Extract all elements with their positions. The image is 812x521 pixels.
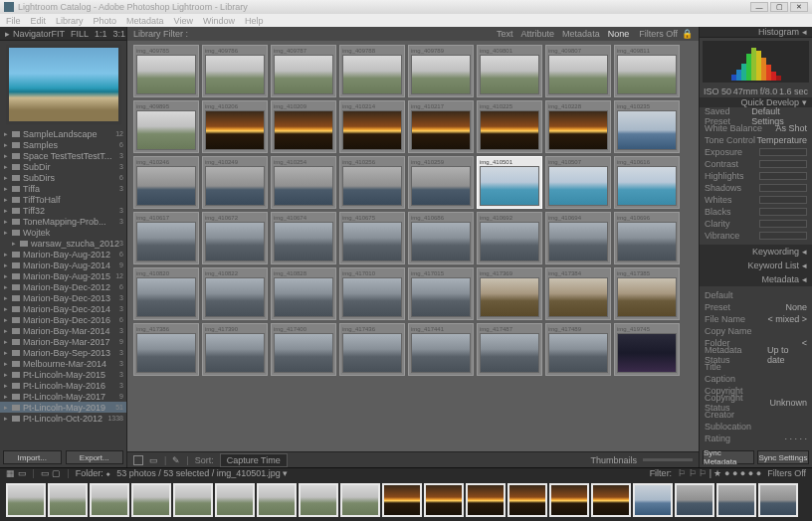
thumbnail-size-slider[interactable] <box>643 458 693 461</box>
menu-view[interactable]: View <box>174 16 193 26</box>
section-metadata[interactable]: Metadata◂ <box>700 272 812 286</box>
filter-preset[interactable]: Filters Off <box>639 29 678 39</box>
wb-dropdown[interactable]: As Shot <box>775 123 807 133</box>
folder-item[interactable]: ▸TiffToHalf <box>0 194 126 205</box>
thumbnail-cell[interactable]: img_409807 <box>545 45 611 97</box>
menu-library[interactable]: Library <box>56 16 84 26</box>
sync-settings-button[interactable]: Sync Settings <box>757 450 809 464</box>
second-monitor[interactable]: ▭ ▢ <box>41 468 62 478</box>
menu-help[interactable]: Help <box>245 16 264 26</box>
thumbnail-cell[interactable]: img_417010 <box>339 267 405 320</box>
section-keywording[interactable]: Keywording◂ <box>700 245 812 259</box>
thumbnail-cell[interactable]: img_417369 <box>477 267 542 320</box>
histogram-header[interactable]: Histogram◂ <box>700 27 812 38</box>
filmstrip-thumb[interactable] <box>131 483 171 517</box>
folder-item[interactable]: ▸Pt-Lincoln-Oct-20121338 <box>0 413 126 424</box>
thumbnail-cell[interactable]: img_417385 <box>614 267 680 320</box>
thumbnail-cell[interactable]: img_417384 <box>545 267 611 320</box>
folder-item[interactable]: ▸Pt-Lincoln-May-201951 <box>0 402 126 413</box>
thumbnail-cell[interactable]: img_409786 <box>202 45 268 97</box>
thumbnail-cell[interactable]: img_409895 <box>133 100 199 153</box>
slider-blacks[interactable] <box>759 208 807 216</box>
folder-item[interactable]: ▸warsaw_szucha_20123 <box>0 238 126 249</box>
thumbnail-cell[interactable]: img_410694 <box>545 212 611 264</box>
filmstrip-filter-flags[interactable]: ⚐ ⚐ ⚐ | ★ ● ● ● ● ● <box>678 468 761 478</box>
folder-item[interactable]: ▸Marion-Bay-Dec-20126 <box>0 281 126 292</box>
thumbnail-cell[interactable]: img_419745 <box>614 323 680 376</box>
sync-metadata-button[interactable]: Sync Metadata <box>703 450 754 464</box>
filmstrip-thumb[interactable] <box>466 483 506 517</box>
folder-item[interactable]: ▸Samples6 <box>0 139 126 150</box>
thumbnail-cell[interactable]: img_410206 <box>202 100 268 153</box>
filter-tab-text[interactable]: Text <box>497 29 513 39</box>
folder-item[interactable]: ▸Marion-Bay-Sep-20133 <box>0 347 126 358</box>
filmstrip-thumb[interactable] <box>299 483 338 517</box>
thumbnail-cell[interactable]: img_410686 <box>408 212 474 264</box>
thumbnail-cell[interactable]: img_410217 <box>408 100 474 153</box>
thumbnail-cell[interactable]: img_417390 <box>202 323 268 376</box>
filmstrip-thumb[interactable] <box>6 483 46 517</box>
folder-item[interactable]: ▸Marion-Bay-Aug-20126 <box>0 249 126 260</box>
folder-item[interactable]: ▸ToneMapping-Prob...3 <box>0 216 126 227</box>
folder-item[interactable]: ▸Marion-Bay-Aug-20149 <box>0 260 126 270</box>
metadata-field[interactable]: Unknown <box>769 398 807 408</box>
filter-tab-metadata[interactable]: Metadata <box>562 29 600 39</box>
filmstrip-thumb[interactable] <box>382 483 422 517</box>
filmstrip-thumb[interactable] <box>716 483 756 517</box>
folder-item[interactable]: ▸Marion-Bay-Mar-20179 <box>0 336 126 347</box>
thumbnail-cell[interactable]: img_410225 <box>477 100 542 153</box>
thumbnail-cell[interactable]: img_410616 <box>614 156 680 209</box>
thumbnail-cell[interactable]: img_409788 <box>339 45 405 97</box>
nav-mode-1:1[interactable]: 1:1 <box>95 29 107 39</box>
filmstrip-thumb[interactable] <box>675 483 714 517</box>
thumbnail-cell[interactable]: img_410822 <box>202 267 268 320</box>
filter-tab-attribute[interactable]: Attribute <box>521 29 555 39</box>
thumbnail-cell[interactable]: img_417441 <box>408 323 474 376</box>
folder-item[interactable]: ▸Pt-Lincoln-May-20153 <box>0 369 126 380</box>
thumbnail-cell[interactable]: img_410692 <box>477 212 542 264</box>
thumbnail-cell[interactable]: img_417436 <box>339 323 405 376</box>
filmstrip-thumb[interactable] <box>173 483 213 517</box>
folder-item[interactable]: ▸Tiffa3 <box>0 183 126 194</box>
close-button[interactable]: ✕ <box>790 2 808 12</box>
thumbnail-cell[interactable]: img_409787 <box>271 45 336 97</box>
thumbnail-cell[interactable]: img_410209 <box>271 100 336 153</box>
sort-dropdown[interactable]: Capture Time <box>220 453 288 467</box>
thumbnail-cell[interactable]: img_410675 <box>339 212 405 264</box>
thumbnail-cell[interactable]: img_410672 <box>202 212 268 264</box>
menu-metadata[interactable]: Metadata <box>126 16 164 26</box>
thumbnail-cell[interactable]: img_417489 <box>545 323 611 376</box>
histogram[interactable] <box>703 41 809 83</box>
nav-mode-3:1[interactable]: 3:1 <box>113 29 126 39</box>
thumbnail-cell[interactable]: img_417400 <box>271 323 336 376</box>
maximize-button[interactable]: ▢ <box>770 2 788 12</box>
filmstrip-filter-preset[interactable]: Filters Off <box>767 468 806 478</box>
thumbnail-cell[interactable]: img_417015 <box>408 267 474 320</box>
filmstrip-thumb[interactable] <box>549 483 589 517</box>
thumbnail-cell[interactable]: img_410696 <box>614 212 680 264</box>
folder-item[interactable]: ▸Pt-Lincoln-May-20179 <box>0 391 126 402</box>
thumbnail-cell[interactable]: img_410254 <box>271 156 336 209</box>
slider-shadows[interactable] <box>759 184 807 192</box>
filmstrip-thumb[interactable] <box>48 483 88 517</box>
thumbnail-cell[interactable]: img_410674 <box>271 212 336 264</box>
slider-exposure[interactable] <box>759 148 807 156</box>
filmstrip-folder[interactable]: Folder: ⬥ <box>76 468 111 478</box>
filmstrip-thumb[interactable] <box>340 483 380 517</box>
thumbnail-cell[interactable]: img_409801 <box>477 45 542 97</box>
metadata-field[interactable]: < mixed > <box>767 314 807 324</box>
thumbnail-cell[interactable]: img_410256 <box>339 156 405 209</box>
nav-mode-FIT[interactable]: FIT <box>52 29 66 39</box>
filter-tab-none[interactable]: None <box>608 29 630 39</box>
thumbnail-cell[interactable]: img_410507 <box>545 156 611 209</box>
thumbnail-cell[interactable]: img_410235 <box>614 100 680 153</box>
folder-item[interactable]: ▸SubDir3 <box>0 161 126 172</box>
filmstrip-thumb[interactable] <box>758 483 798 517</box>
thumbnail-cell[interactable]: img_410501 <box>477 156 542 209</box>
painter-icon[interactable]: ✎ <box>172 455 180 465</box>
filmstrip-thumb[interactable] <box>591 483 631 517</box>
metadata-field[interactable]: Up to date <box>767 345 807 365</box>
thumbnail-cell[interactable]: img_417487 <box>477 323 542 376</box>
filmstrip-thumb[interactable] <box>215 483 255 517</box>
thumbnail-cell[interactable]: img_409789 <box>408 45 474 97</box>
